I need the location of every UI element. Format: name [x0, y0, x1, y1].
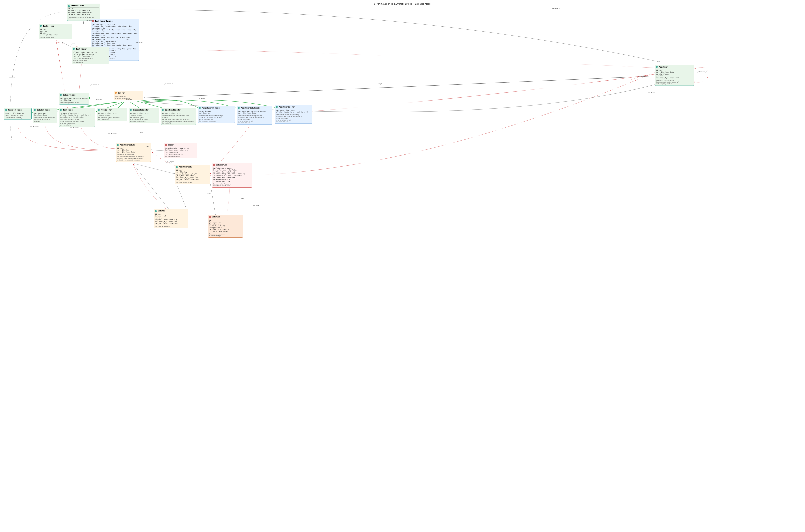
badge-annotationsel: C — [276, 106, 278, 108]
title-datasetsel: DataSetSelector — [37, 109, 50, 111]
badge-dataoperator: I — [213, 164, 215, 166]
body-dataoperator: Equals(other: DataValue) GreaterThan(oth… — [213, 168, 251, 183]
title-rangeinternalsel: RangeInternalSelector — [202, 107, 220, 109]
badge-multisel: C — [98, 109, 100, 111]
title-directionalselector: DirectionalSelector — [165, 109, 180, 111]
body-rangeinternalsel: begin: Selector end: Selector — [199, 111, 234, 114]
badge-annotationdataset: C — [117, 144, 120, 146]
desc-textresource: (and the reverse index) — [40, 37, 71, 38]
node-annotationdatasel: C AnnotationDataSelector annotationset: … — [237, 106, 272, 125]
label-target: target — [378, 83, 382, 85]
desc-rangeinternalsel: Internal selector to select whole ranges… — [199, 115, 234, 122]
label-textsel1: _textselection — [90, 84, 99, 86]
desc-annotationdatasel: Selects annotation data. May optionallys… — [238, 115, 271, 124]
title-textselop: TextSelectionOperator — [95, 20, 113, 22]
desc-multiselector: Combines selectors.The annotation applie… — [98, 115, 126, 120]
title-annotationdata: AnnotationData — [179, 166, 191, 168]
title-datakeysel: DatakeySelector — [63, 94, 76, 96]
badge-annotation: C — [656, 66, 658, 68]
label-value: value — [207, 193, 211, 195]
title-datavalue: DataValue — [212, 216, 220, 218]
label-annotationset3: annotationset — [108, 133, 117, 135]
body-annotationsel: annotation: &Annotation offsets: [Begin,… — [276, 110, 311, 113]
badge-datakeysel: C — [60, 94, 62, 96]
label-part-of-set: _part_of_set — [166, 161, 175, 163]
title-annotationsel: AnnotationSelector — [279, 106, 295, 108]
node-directionalselector: C DirectionalSelector selectors: {Select… — [161, 108, 196, 125]
node-datakeyselector: C DatakeySelector annotationset: &Annota… — [59, 93, 89, 104]
label-part-of: _part_of — [78, 48, 84, 49]
label-annotationset2: annotationset — [70, 127, 79, 129]
title-textselector: TextSelector — [63, 109, 73, 111]
node-annotationsel: C AnnotationSelector annotation: &Annota… — [275, 105, 312, 124]
label-selectors3: selectors — [155, 98, 161, 100]
label-annotationset: annotationset — [30, 126, 39, 128]
badge-datasetsel: C — [34, 109, 36, 111]
node-annotationstore: C AnnotationStore id: str annotations: {… — [67, 4, 100, 21]
label-key: key — [188, 178, 190, 180]
desc-datakeysel: Selects a single part of the text. — [60, 102, 88, 103]
label-keys: keys — [140, 132, 143, 133]
body-annotationdata: id: str? key: &DataKey value: DataValue … — [176, 169, 209, 181]
title-annotationdatasel: AnnotationDataSelector — [241, 107, 260, 109]
body-annotationstore: id: str annotations: {Annotation+} datas… — [68, 8, 99, 16]
body-multiselector: selectors: {Selector++} — [98, 113, 126, 114]
desc-datasetsel: Selects an annotation data set asa whole… — [34, 117, 56, 122]
title-resourcesel: ResourceSelector — [7, 109, 22, 111]
desc-textselector: Selects a single part of the text.Offset… — [60, 118, 94, 126]
desc-directionalselector: Expresses a direction between two or mor… — [162, 115, 195, 124]
title-datakey: DataKey — [158, 210, 165, 212]
desc-annotationsel: Selects an annotation. May optionallysel… — [276, 114, 311, 123]
node-datavalue: I DataValue Null Bool(value: str) Int(va… — [208, 215, 243, 238]
body-textselector: resource: &TextResource offsets: [Begin,… — [60, 113, 94, 118]
badge-resourcesel: C — [5, 109, 7, 111]
desc-resourcesel: Selects a resource as a whole(i.e. annot… — [5, 115, 31, 118]
title-dataoperator: DataOperator — [216, 164, 227, 166]
desc-dataoperator: Operators to test the value ofannotation… — [213, 183, 251, 187]
node-compositeselector: C CompositeSelector selectors: {Selector… — [129, 108, 159, 123]
label-appliedto: applied to — [136, 42, 143, 43]
badge-annotationdatasel: C — [238, 107, 240, 109]
badge-textsel: C — [73, 48, 75, 50]
body-annotationdatasel: annotationset: &AnnotationDataSet data: … — [238, 111, 271, 114]
node-textresource: C TextResource id: str text: str id: str… — [39, 24, 72, 39]
label-textsel2: _textselection — [164, 83, 173, 85]
title-annotationdataset: AnnotationDataSet — [120, 144, 135, 146]
body-datavalue: Null Bool(value: str) Int(value: int) Fl… — [209, 220, 242, 233]
title-annotation: Annotation — [659, 66, 668, 68]
body-cursor: BeginAlignedCursor(value: int) EndAligne… — [165, 148, 196, 151]
title-compositeselector: CompositeSelector — [133, 109, 148, 111]
label-annotations: annotations — [552, 7, 560, 10]
body-textresource: id: str text: str id: str _index [TextSe… — [40, 28, 71, 36]
title-annotationstore: AnnotationStore — [71, 5, 85, 7]
body-compositeselector: selectors: {Selector++} — [130, 113, 158, 114]
label-other2: other — [241, 198, 244, 200]
badge-datavalue: I — [209, 216, 212, 218]
label-part-of-2: _part_of — [191, 173, 197, 175]
badge-rangeintsel: C — [199, 107, 201, 109]
title-cursor: Cursor — [168, 144, 173, 146]
node-cursor: I Cursor BeginAlignedCursor(value: int) … — [164, 143, 197, 158]
title-multiselector: MultiSelector — [101, 109, 112, 111]
badge-textsel2: C — [60, 109, 62, 111]
desc-compositeselector: Combines selectors.The annotation applie… — [130, 115, 158, 122]
label-beginend: begin/end — [198, 97, 205, 99]
badge-textresource: C — [40, 25, 42, 27]
label-index: _index — [71, 43, 75, 45]
badge-datakey: C — [155, 210, 158, 212]
node-rangeinternalsel: C RangeInternalSelector begin: Selector … — [198, 106, 235, 123]
desc-textsel: Used by positions to annotations(and the… — [73, 58, 108, 63]
node-textselection: C TextSelection offset: (begin: int, end… — [72, 47, 109, 64]
label-appliedto2: applied to — [253, 205, 260, 207]
badge-cursor: I — [165, 144, 167, 146]
label-data: data — [146, 146, 149, 147]
body-directionalselector: selectors: {Selector++} — [162, 113, 195, 114]
node-datasetselector: C DataSetSelector annotationset: &Annota… — [33, 108, 57, 123]
body-annotation: id: str? data: {AnnotationData+} target:… — [656, 70, 693, 79]
page-title: STAM: Stand-off Text Annotation Model --… — [0, 1, 805, 6]
badge-directionalsel: C — [162, 109, 164, 111]
body-datakey: id: str indexed: bool _id: int key_for: … — [155, 213, 187, 225]
desc-datavalue: Encapsulates a data valuein line with th… — [209, 233, 242, 236]
desc-annotation: An instance of an annotationCore concept… — [656, 79, 693, 85]
label-referenced-by: _referenced_by — [697, 71, 708, 73]
